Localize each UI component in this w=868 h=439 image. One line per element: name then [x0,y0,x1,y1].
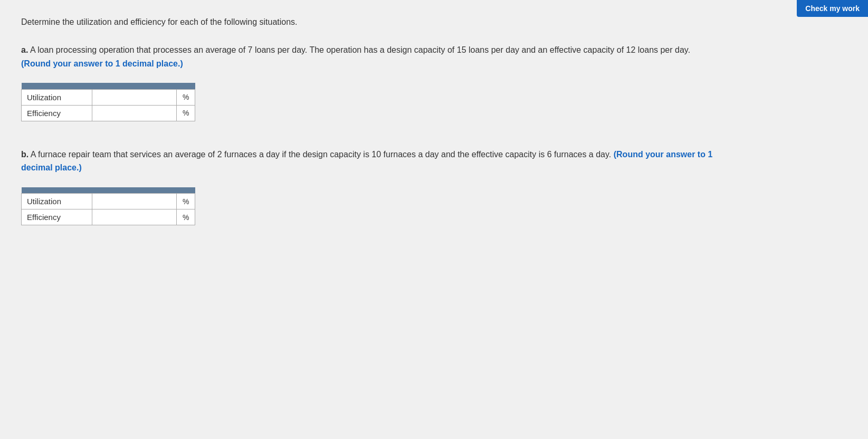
efficiency-input-b[interactable] [94,212,174,223]
question-a-body: A loan processing operation that process… [28,45,690,54]
question-b-label: b. [21,150,28,159]
question-a-label: a. [21,45,28,54]
utilization-input-a[interactable] [94,92,174,103]
efficiency-percent-a: % [177,105,195,121]
utilization-percent-b: % [177,194,195,209]
table-row: Utilization % [22,194,195,209]
efficiency-label-a: Efficiency [22,105,92,121]
question-a-table: Utilization % Efficiency % [21,83,195,121]
efficiency-input-cell-a[interactable] [92,105,177,121]
utilization-percent-a: % [177,89,195,105]
efficiency-input-cell-b[interactable] [92,209,177,225]
table-row: Utilization % [22,89,195,105]
question-a-block: a. A loan processing operation that proc… [21,43,718,121]
table-a-header-cell [22,83,195,89]
efficiency-percent-b: % [177,209,195,225]
table-a-header [22,83,195,89]
efficiency-input-a[interactable] [94,108,174,119]
utilization-input-cell-b[interactable] [92,194,177,209]
utilization-label-a: Utilization [22,89,92,105]
table-b-header-cell [22,187,195,194]
table-row: Efficiency % [22,105,195,121]
question-b-text: b. A furnace repair team that services a… [21,148,718,175]
utilization-label-b: Utilization [22,194,92,209]
question-a-text: a. A loan processing operation that proc… [21,43,718,70]
efficiency-label-b: Efficiency [22,209,92,225]
table-row: Efficiency % [22,209,195,225]
intro-text: Determine the utilization and efficiency… [21,16,718,28]
question-b-table: Utilization % Efficiency % [21,187,195,226]
question-b-body: A furnace repair team that services an a… [28,150,611,159]
question-a-bold: (Round your answer to 1 decimal place.) [21,59,183,68]
utilization-input-b[interactable] [94,196,174,207]
check-my-work-button[interactable]: Check my work [797,0,868,17]
utilization-input-cell-a[interactable] [92,89,177,105]
question-b-block: b. A furnace repair team that services a… [21,148,718,226]
table-b-header [22,187,195,194]
